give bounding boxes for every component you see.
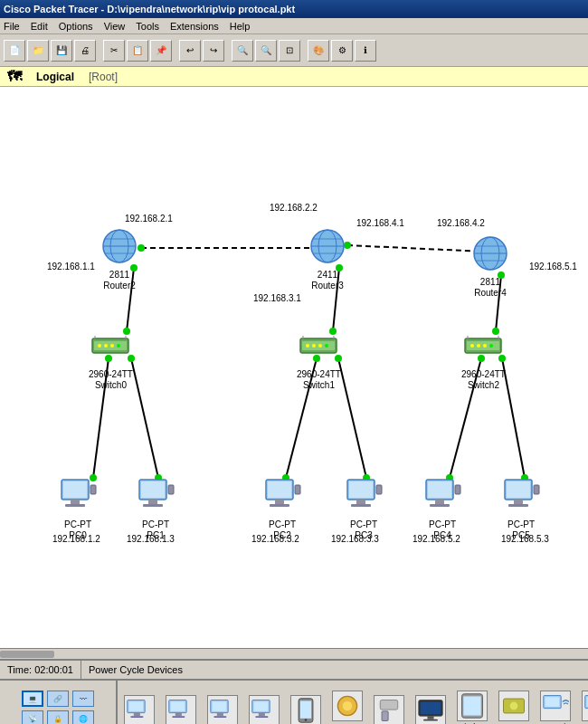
- pc0-icon: [56, 474, 100, 518]
- svg-point-66: [470, 344, 474, 348]
- svg-rect-115: [254, 701, 269, 711]
- device-tv-icon: [415, 695, 446, 724]
- toolbar-print[interactable]: 🖨: [74, 40, 96, 62]
- svg-line-8: [338, 358, 366, 478]
- toolbar-copy[interactable]: 📋: [127, 40, 148, 62]
- toolbar-redo[interactable]: ↪: [203, 40, 224, 62]
- svg-rect-93: [428, 481, 451, 498]
- device-generic-1[interactable]: Generic: [121, 695, 157, 724]
- menu-help[interactable]: Help: [230, 21, 251, 32]
- toolbar-paste[interactable]: 📌: [150, 40, 172, 62]
- svg-rect-98: [507, 481, 530, 498]
- pc4-label: PC-PTPC4: [429, 519, 456, 541]
- menu-options[interactable]: Options: [59, 21, 93, 32]
- toolbar-open[interactable]: 📁: [27, 40, 49, 62]
- svg-point-50: [98, 344, 101, 348]
- device-tablet[interactable]: Wireless Tablet: [454, 691, 490, 724]
- toolbar-palette[interactable]: 🎨: [308, 40, 329, 62]
- router2-node[interactable]: 2811Router2: [98, 224, 141, 291]
- svg-rect-76: [90, 485, 96, 494]
- toolbar-zoom-fit[interactable]: ⊡: [279, 40, 300, 62]
- category-icons-row2: 📡 🔒 🌐: [22, 710, 94, 724]
- switch2-node[interactable]: 2960-24TTSwitch2: [461, 324, 506, 391]
- router4-node[interactable]: 2811Router4: [469, 232, 512, 299]
- device-generic-3[interactable]: Generic: [204, 695, 241, 724]
- svg-rect-126: [421, 701, 441, 714]
- svg-rect-113: [213, 716, 226, 718]
- router3-label: 2411Router3: [311, 270, 344, 291]
- cat-security[interactable]: 🔒: [47, 710, 69, 724]
- cat-wan[interactable]: 🌐: [72, 710, 94, 724]
- cat-links[interactable]: 〰: [72, 691, 94, 707]
- pc1-node[interactable]: PC-PTPC1: [134, 474, 177, 541]
- svg-rect-128: [423, 719, 438, 721]
- svg-point-52: [110, 344, 114, 348]
- device-generic-wired-icon: [582, 691, 588, 721]
- svg-line-6: [131, 358, 158, 478]
- toolbar-settings[interactable]: ⚙: [331, 40, 353, 62]
- toolbar-new[interactable]: 📄: [4, 40, 25, 62]
- menu-edit[interactable]: Edit: [31, 21, 48, 32]
- switch2-icon: [461, 324, 505, 367]
- cat-end-devices[interactable]: 💻: [22, 691, 43, 707]
- router4-icon: [469, 232, 512, 275]
- pc2-icon: [261, 474, 304, 518]
- device-smart2[interactable]: Smart Device: [496, 691, 532, 724]
- menu-extensions[interactable]: Extensions: [170, 21, 219, 32]
- device-generic-4[interactable]: Generic: [246, 695, 282, 724]
- toolbar-zoom-out[interactable]: 🔍: [255, 40, 277, 62]
- menu-view[interactable]: View: [104, 21, 126, 32]
- svg-point-132: [510, 702, 518, 710]
- device-generic-wired[interactable]: Generic Wired: [579, 691, 588, 724]
- svg-rect-107: [171, 701, 185, 711]
- device-tv[interactable]: TV: [413, 695, 449, 724]
- workspace[interactable]: 192.168.1.1 192.168.2.1 192.168.2.2 192.…: [0, 87, 588, 648]
- toolbar-info[interactable]: ℹ: [355, 40, 376, 62]
- cat-network[interactable]: 🔗: [47, 691, 69, 707]
- svg-rect-78: [141, 481, 165, 498]
- titlebar-text: Cisco Packet Tracer - D:\vipendra\networ…: [4, 4, 295, 14]
- toolbar-save[interactable]: 💾: [51, 40, 72, 62]
- ip-label-r3-right: 192.168.4.1: [356, 218, 404, 228]
- cat-wireless[interactable]: 📡: [22, 710, 43, 724]
- switch1-node[interactable]: 2960-24TTSwitch1: [297, 324, 341, 391]
- pc2-node[interactable]: PC-PTPC2: [261, 474, 304, 541]
- device-phone[interactable]: Phone: [371, 695, 407, 724]
- svg-rect-95: [430, 504, 450, 507]
- pc5-icon: [499, 474, 543, 518]
- pc5-node[interactable]: PC-PTPC5: [499, 474, 543, 541]
- device-generic-wireless[interactable]: Generic Wireless: [537, 691, 574, 724]
- ip-label-r4-right: 192.168.5.1: [529, 262, 577, 272]
- router3-icon: [306, 224, 349, 268]
- device-generic-2[interactable]: Generic: [163, 695, 199, 724]
- svg-rect-79: [148, 500, 157, 504]
- toolbar-undo[interactable]: ↩: [179, 40, 201, 62]
- logical-icon: 🗺: [7, 69, 22, 85]
- menu-file[interactable]: File: [4, 21, 20, 32]
- device-generic-2-icon: [166, 695, 196, 724]
- device-iphone[interactable]: IPhone: [288, 695, 324, 724]
- switch1-icon: [297, 324, 340, 367]
- pc3-node[interactable]: PC-PTPC3: [342, 474, 385, 541]
- switch0-node[interactable]: 2960-24TTSwitch0: [89, 324, 133, 391]
- time-label: Time: 02:00:01: [7, 664, 73, 675]
- svg-point-68: [483, 344, 487, 348]
- svg-rect-99: [514, 500, 523, 504]
- router2-label: 2811Router2: [103, 270, 136, 291]
- svg-rect-101: [534, 485, 539, 494]
- toolbar-cut[interactable]: ✂: [103, 40, 125, 62]
- router3-node[interactable]: 2411Router3: [306, 224, 349, 291]
- pc0-node[interactable]: PC-PTPC0: [56, 474, 100, 541]
- toolbar-zoom-in[interactable]: 🔍: [232, 40, 253, 62]
- ip-label-r3-left: 192.168.2.2: [270, 203, 318, 213]
- menu-tools[interactable]: Tools: [136, 21, 159, 32]
- titlebar: Cisco Packet Tracer - D:\vipendra\networ…: [0, 0, 588, 18]
- power-cycle-btn[interactable]: Power Cycle Devices: [81, 664, 190, 675]
- svg-rect-123: [380, 700, 397, 710]
- horizontal-scrollbar[interactable]: [0, 648, 588, 659]
- device-smart[interactable]: Smart Device: [329, 691, 365, 724]
- svg-point-58: [306, 344, 309, 348]
- svg-rect-124: [382, 711, 388, 721]
- svg-rect-86: [295, 485, 300, 494]
- pc4-node[interactable]: PC-PTPC4: [421, 474, 464, 541]
